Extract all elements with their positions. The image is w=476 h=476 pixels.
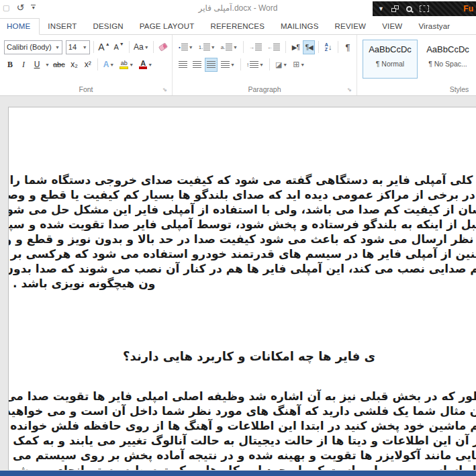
windows-copy-icon[interactable] [391,5,399,12]
paragraph-2: طور که در بخش قبلی نیز به آن اشاره شد وظ… [15,389,476,470]
tab-page-layout[interactable]: PAGE LAYOUT [132,19,203,34]
text-line[interactable]: کل اساسی و مهم این است که با وجود این کا… [15,463,476,470]
tab-view[interactable]: VIEW [374,19,410,34]
underline-button[interactable]: U [31,58,43,72]
styles-group: AaBbCcDc ¶ Normal AaBbCcDc ¶ No Spac... … [357,35,476,95]
magnifier-icon[interactable] [406,6,412,12]
bold-button[interactable]: B [4,58,16,72]
justify-button[interactable]: ▼ [219,58,237,72]
style-normal[interactable]: AaBbCcDc ¶ Normal [363,40,418,79]
tab-home[interactable]: HOME [0,18,40,35]
font-group: Calibri (Body) ▼ 14 ▼ A▲ A▼ Aa▼ B I U [0,35,173,95]
ribbon: Calibri (Body) ▼ 14 ▼ A▲ A▼ Aa▼ B I U [0,35,476,96]
document-page[interactable]: ر کلی آمپلی فایر به دستگاهی گفته می شود … [8,107,476,470]
chevron-down-icon[interactable]: ▼ [45,62,50,67]
grow-font-button[interactable]: A▲ [97,40,111,54]
left-to-right-button[interactable]: ▶¶ [289,40,301,54]
text-line[interactable]: تم صدایی نصب می کند، این آمپلی فایر ها ه… [15,261,476,276]
highlight-color-button[interactable]: ab▼ [117,58,136,72]
tab-references[interactable]: REFERENCES [202,19,273,34]
increase-indent-button[interactable]: ← [265,40,282,54]
clear-formatting-button[interactable] [157,40,169,54]
font-name-value: Calibri (Body) [7,43,52,51]
superscript-button[interactable]: x² [82,58,94,72]
numbered-list-icon [203,44,209,50]
style-no-spacing[interactable]: AaBbCcDc ¶ No Spac... [420,40,475,79]
sort-button[interactable]: AZ↓ [322,40,334,54]
borders-icon: ⊞ [293,60,299,69]
shading-button[interactable]: ◪▼ [273,58,289,72]
paragraph-1: ر کلی آمپلی فایر به دستگاهی گفته می شود … [15,173,476,276]
align-left-button[interactable] [177,58,189,72]
font-size-value: 14 [68,43,77,51]
chevron-down-icon: ▼ [148,62,152,67]
decrease-indent-icon [255,44,262,50]
font-size-combobox[interactable]: 14 ▼ [66,40,90,54]
document-area: ر کلی آمپلی فایر به دستگاهی گفته می شود … [0,96,476,470]
align-center-icon [193,61,201,68]
tab-design[interactable]: DESIGN [85,19,131,34]
text-line[interactable]: ان مثال شما یک فلشی دارید که آهنگ های مو… [15,403,476,418]
text-line[interactable]: تم ماشین خود پخش کنید در ابتدا این اطلاع… [15,418,476,433]
paragraph-dialog-launcher-icon[interactable]: ⇘ [347,87,354,93]
subscript-button[interactable]: x₂ [68,58,81,72]
styles-gallery: AaBbCcDc ¶ Normal AaBbCcDc ¶ No Spac... … [363,40,476,79]
multilevel-list-button[interactable]: a.▼ [219,40,240,54]
paint-bucket-icon: ◪ [275,60,282,69]
line-spacing-button[interactable]: ↕▼ [244,58,266,72]
text-line[interactable]: ر کلی آمپلی فایر به دستگاهی گفته می شود … [15,173,476,187]
paragraph-group: •▼ 1.▼ a.▼ → ← ▶¶ ¶◀ AZ↓ ¶ ▼ ↕▼ [173,35,357,95]
bullets-button[interactable]: •▼ [177,40,195,54]
change-case-button[interactable]: Aa▼ [133,40,150,54]
align-right-button[interactable] [205,58,218,72]
chevron-down-icon: ▼ [129,62,134,67]
text-line[interactable]: از آن این اطلاعات و دیتا ها از حالت دیجی… [15,433,476,448]
line-spacing-icon [250,61,258,68]
text-line[interactable]: . در برخی از مراکز عمومی دیده اید که صدا… [15,187,476,202]
highlight-color-swatch [120,66,128,69]
font-name-combobox[interactable]: Calibri (Body) ▼ [4,40,62,54]
increase-indent-icon [273,44,280,50]
align-right-icon [207,61,216,68]
font-color-button[interactable]: A▼ [137,58,154,72]
shrink-font-button[interactable]: A▼ [112,40,125,54]
status-bar [0,470,476,476]
numbering-button[interactable]: 1.▼ [197,40,218,54]
right-to-left-button[interactable]: ¶◀ [303,40,315,54]
text-line[interactable]: هایی مانند آکولایزر ها تقویت و بهینه شده… [15,448,476,463]
tab-review[interactable]: REVIEW [327,19,375,34]
tab-virastyar[interactable]: Virastyar [410,19,458,34]
chevron-down-icon: ▼ [83,45,87,50]
text-line[interactable]: طور که در بخش قبلی نیز به آن اشاره شد وظ… [15,389,476,403]
font-color-swatch [139,66,147,69]
text-line[interactable]: چنین از آمپلی فایر ها در سیسم های قدرتمن… [15,246,476,261]
tab-mailings[interactable]: MAILINGS [273,19,327,34]
decrease-indent-button[interactable]: → [247,40,264,54]
align-center-button[interactable] [191,58,203,72]
document-heading[interactable]: ی فایر ها چه امکانات و کاربرد هایی دارند… [123,349,375,363]
selection-rectangle-icon[interactable] [420,5,429,12]
strikethrough-button[interactable]: abc [51,58,67,72]
borders-button[interactable]: ⊞▼ [291,58,307,72]
bullet-list-icon [181,44,188,50]
chevron-down-icon: ▼ [55,45,60,50]
text-line[interactable]: شان از کیفیت کم صدا می باشد، ولی با استف… [15,202,476,217]
title-bar: ▢ ↺ ▾ آمپلی فایر.docx - Word ▼ Fu [0,0,476,17]
text-line[interactable]: ون هیچگونه نویزی باشد . [13,276,155,291]
align-left-icon [179,61,187,68]
multilevel-list-icon [226,44,232,50]
capture-toolbar: ▼ Fu [373,1,476,16]
italic-button[interactable]: I [17,58,30,72]
show-paragraph-marks-button[interactable]: ¶ [342,40,354,54]
word-window: ▢ ↺ ▾ آمپلی فایر.docx - Word ▼ Fu HOME I… [0,0,476,476]
font-dialog-launcher-icon[interactable]: ⇘ [162,87,169,93]
ribbon-tab-row: HOME INSERT DESIGN PAGE LAYOUT REFERENCE… [0,17,476,35]
justify-icon [221,61,230,68]
chevron-down-icon[interactable]: ▼ [378,5,384,12]
styles-group-label: Styles [357,85,476,93]
tab-insert[interactable]: INSERT [40,19,85,34]
text-effects-button[interactable]: A▼ [101,58,117,72]
text-line[interactable]: قبل از اینکه به بلندگو فرستاده و پخش شود… [15,217,476,232]
text-line[interactable]: د نظر ارسال می شود که باعث می شود کیفیت … [15,232,476,246]
eraser-icon [158,42,168,51]
